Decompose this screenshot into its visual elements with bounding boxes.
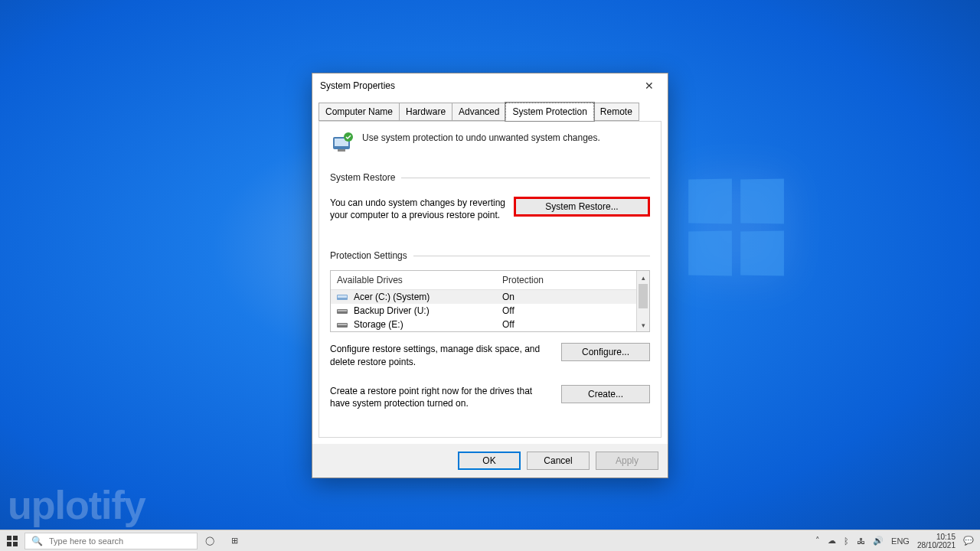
notifications-icon[interactable]: 💬 — [963, 536, 974, 546]
drive-name: Acer (C:) (System) — [354, 292, 502, 302]
search-icon: 🔍 — [31, 536, 43, 546]
clock-time: 10:15 — [917, 533, 956, 541]
language-indicator[interactable]: ENG — [891, 536, 910, 546]
drive-icon — [337, 306, 349, 315]
create-desc: Create a restore point right now for the… — [330, 385, 552, 409]
ok-button[interactable]: OK — [458, 452, 521, 470]
dialog-title: System Properties — [318, 80, 632, 91]
tab-advanced[interactable]: Advanced — [452, 103, 506, 121]
scroll-thumb[interactable] — [639, 284, 648, 308]
column-protection[interactable]: Protection — [496, 271, 649, 289]
table-row[interactable]: Backup Driver (U:) Off — [331, 304, 649, 318]
svg-rect-11 — [13, 536, 18, 540]
create-button[interactable]: Create... — [561, 385, 650, 403]
tab-remote[interactable]: Remote — [593, 103, 639, 121]
system-protection-icon — [330, 131, 354, 155]
intro-text: Use system protection to undo unwanted s… — [362, 131, 600, 143]
clock[interactable]: 10:15 28/10/2021 — [917, 533, 956, 549]
scrollbar[interactable]: ▴ ▾ — [636, 271, 649, 331]
table-header: Available Drives Protection — [331, 271, 649, 290]
configure-desc: Configure restore settings, manage disk … — [330, 343, 552, 367]
svg-rect-13 — [13, 542, 18, 546]
drive-icon — [337, 320, 349, 329]
table-row[interactable]: Storage (E:) Off — [331, 318, 649, 331]
search-input[interactable] — [49, 536, 191, 546]
table-row[interactable]: Acer (C:) (System) On — [331, 290, 649, 304]
scroll-down-icon[interactable]: ▾ — [637, 318, 649, 331]
onedrive-icon[interactable]: ☁ — [828, 536, 836, 546]
group-protection-settings: Protection Settings Available Drives Pro… — [330, 250, 650, 409]
tab-panel: Use system protection to undo unwanted s… — [318, 121, 662, 438]
drive-protection: Off — [502, 319, 643, 330]
drives-table[interactable]: Available Drives Protection Acer (C:) (S… — [330, 270, 650, 332]
group-system-restore: System Restore You can undo system chang… — [330, 172, 650, 221]
chevron-up-icon[interactable]: ˄ — [815, 536, 820, 546]
drive-name: Storage (E:) — [354, 319, 502, 330]
close-icon: ✕ — [645, 80, 654, 92]
drive-name: Backup Driver (U:) — [354, 305, 502, 316]
tab-hardware[interactable]: Hardware — [399, 103, 452, 121]
cortana-button[interactable]: ◯ — [198, 530, 222, 551]
task-view-button[interactable]: ⊞ — [222, 530, 247, 551]
svg-rect-12 — [7, 542, 11, 546]
svg-rect-5 — [338, 295, 347, 298]
group-heading: Protection Settings — [330, 250, 407, 261]
configure-button[interactable]: Configure... — [561, 343, 650, 361]
table-body: Acer (C:) (System) On Backup Driver (U:)… — [331, 290, 649, 331]
bluetooth-icon[interactable]: ᛒ — [844, 536, 849, 546]
svg-rect-9 — [338, 324, 347, 325]
apply-button: Apply — [596, 452, 658, 470]
intro-row: Use system protection to undo unwanted s… — [330, 131, 650, 155]
watermark-text: uplotify — [8, 482, 145, 528]
svg-rect-10 — [7, 536, 11, 540]
svg-rect-7 — [338, 310, 347, 311]
titlebar[interactable]: System Properties ✕ — [312, 73, 668, 98]
drive-protection: On — [502, 292, 643, 302]
cancel-button[interactable]: Cancel — [527, 452, 590, 470]
volume-icon[interactable]: 🔊 — [873, 536, 884, 546]
network-icon[interactable]: 🖧 — [857, 536, 865, 546]
tab-system-protection[interactable]: System Protection — [505, 103, 593, 121]
system-properties-dialog: System Properties ✕ Computer Name Hardwa… — [312, 73, 668, 478]
scroll-track[interactable] — [637, 308, 649, 318]
start-button[interactable] — [0, 530, 24, 551]
drive-protection: Off — [502, 305, 643, 316]
windows-logo — [688, 179, 787, 279]
tab-strip: Computer Name Hardware Advanced System P… — [312, 98, 668, 121]
windows-icon — [7, 536, 18, 546]
circle-icon: ◯ — [205, 536, 214, 546]
scroll-up-icon[interactable]: ▴ — [637, 271, 649, 284]
search-box[interactable]: 🔍 — [24, 533, 198, 549]
close-button[interactable]: ✕ — [632, 74, 666, 97]
drive-icon — [337, 292, 349, 302]
clock-date: 28/10/2021 — [917, 541, 956, 549]
group-heading: System Restore — [330, 172, 395, 183]
system-restore-desc: You can undo system changes by reverting… — [330, 197, 506, 221]
taskbar[interactable]: 🔍 ◯ ⊞ ˄ ☁ ᛒ 🖧 🔊 ENG 10:15 28/10/2021 💬 — [0, 530, 980, 551]
divider — [401, 178, 650, 178]
dialog-button-row: OK Cancel Apply — [312, 444, 668, 478]
system-restore-button[interactable]: System Restore... — [514, 197, 650, 217]
svg-rect-2 — [338, 149, 345, 152]
system-tray[interactable]: ˄ ☁ ᛒ 🖧 🔊 ENG 10:15 28/10/2021 💬 — [815, 533, 980, 549]
column-drives[interactable]: Available Drives — [331, 271, 496, 289]
divider — [413, 256, 650, 256]
tab-computer-name[interactable]: Computer Name — [318, 103, 400, 121]
task-view-icon: ⊞ — [231, 536, 238, 546]
